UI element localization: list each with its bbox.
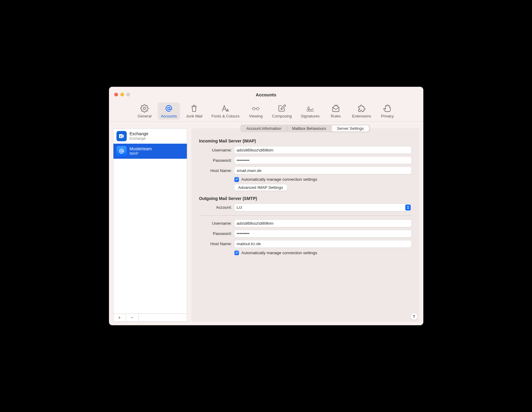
- toolbar-label: Extensions: [352, 114, 371, 118]
- outgoing-password-label: Password:: [199, 231, 234, 236]
- rules-icon: [332, 104, 340, 113]
- checkbox-checked-icon: [234, 177, 239, 182]
- toolbar-label: Signatures: [301, 114, 320, 118]
- incoming-password-label: Password:: [199, 158, 234, 163]
- font-icon: [221, 104, 230, 113]
- trash-icon: [190, 104, 198, 113]
- titlebar: Accounts: [109, 87, 423, 102]
- tab-mailbox-behaviours[interactable]: Mailbox Behaviours: [287, 125, 332, 132]
- tab-server-settings[interactable]: Server Settings: [332, 125, 369, 132]
- incoming-username-label: Username:: [199, 148, 234, 152]
- toolbar-item-general[interactable]: General: [134, 102, 155, 120]
- incoming-hostname-label: Host Name:: [199, 168, 234, 173]
- toolbar-label: Junk Mail: [186, 114, 203, 118]
- signature-icon: [306, 104, 314, 113]
- outgoing-hostname-label: Host Name:: [199, 242, 234, 246]
- outgoing-password-field[interactable]: [234, 230, 411, 237]
- tab-account-information[interactable]: Account Information: [241, 125, 287, 132]
- preferences-toolbar: General Accounts Junk Mail Fonts & Colou…: [109, 102, 423, 122]
- toolbar-item-rules[interactable]: Rules: [326, 102, 346, 120]
- toolbar-label: Privacy: [381, 114, 394, 118]
- incoming-username-field[interactable]: [234, 146, 411, 154]
- compose-icon: [278, 104, 286, 113]
- outgoing-hostname-field[interactable]: [234, 240, 411, 248]
- svg-point-1: [168, 107, 170, 110]
- hand-icon: [383, 104, 392, 113]
- incoming-section-title: Incoming Mail Server (IMAP): [199, 139, 411, 143]
- toolbar-item-extensions[interactable]: Extensions: [349, 102, 374, 120]
- outgoing-auto-manage-checkbox[interactable]: Automatically manage connection settings: [234, 251, 411, 255]
- account-type: Exchange: [130, 136, 148, 141]
- incoming-auto-manage-checkbox[interactable]: Automatically manage connection settings: [234, 177, 411, 182]
- exchange-icon: E: [116, 131, 127, 141]
- svg-point-0: [144, 107, 146, 109]
- accounts-sidebar: E Exchange Exchange Musterteam IMAP: [113, 128, 187, 322]
- puzzle-icon: [357, 104, 366, 113]
- incoming-password-field[interactable]: [234, 157, 411, 164]
- toolbar-item-signatures[interactable]: Signatures: [298, 102, 323, 120]
- body: E Exchange Exchange Musterteam IMAP: [109, 122, 423, 326]
- account-tabs: Account Information Mailbox Behaviours S…: [240, 125, 370, 132]
- main-panel: Account Information Mailbox Behaviours S…: [191, 128, 419, 322]
- gear-icon: [140, 104, 149, 113]
- at-icon: [116, 146, 127, 156]
- outgoing-account-label: Account:: [199, 205, 234, 210]
- toolbar-item-privacy[interactable]: Privacy: [377, 102, 398, 120]
- sidebar-footer-spacer: [139, 314, 187, 321]
- outgoing-username-field[interactable]: [234, 220, 411, 227]
- at-icon: [165, 104, 173, 113]
- svg-text:E: E: [120, 135, 122, 138]
- window-title: Accounts: [109, 92, 423, 97]
- accounts-list: E Exchange Exchange Musterteam IMAP: [113, 128, 187, 314]
- outgoing-section-title: Outgoing Mail Server (SMTP): [199, 196, 411, 201]
- glasses-icon: [252, 104, 260, 113]
- toolbar-label: Accounts: [161, 114, 177, 118]
- account-name: Musterteam: [130, 146, 152, 151]
- checkbox-checked-icon: [234, 251, 239, 255]
- incoming-auto-manage-label: Automatically manage connection settings: [241, 177, 317, 182]
- svg-point-3: [256, 108, 259, 110]
- toolbar-label: Composing: [272, 114, 292, 118]
- toolbar-label: Viewing: [249, 114, 262, 118]
- add-account-button[interactable]: [113, 314, 126, 321]
- toolbar-label: Fonts & Colours: [212, 114, 240, 118]
- outgoing-account-select[interactable]: Lrz: [234, 204, 411, 211]
- toolbar-item-accounts[interactable]: Accounts: [158, 102, 180, 120]
- remove-account-button[interactable]: [126, 314, 139, 321]
- toolbar-label: Rules: [331, 114, 341, 118]
- preferences-window: Accounts General Accounts Junk Mail Fon: [109, 87, 423, 325]
- divider: [199, 215, 411, 216]
- sidebar-footer: [113, 314, 187, 322]
- incoming-hostname-field[interactable]: [234, 167, 411, 174]
- svg-point-2: [252, 108, 255, 110]
- toolbar-label: General: [138, 114, 151, 118]
- updown-icon: [405, 204, 411, 211]
- outgoing-account-value: Lrz: [237, 205, 243, 210]
- advanced-imap-settings-button[interactable]: Advanced IMAP Settings: [234, 184, 287, 191]
- outgoing-auto-manage-label: Automatically manage connection settings: [241, 251, 317, 255]
- server-settings-content: Incoming Mail Server (IMAP) Username: Pa…: [191, 128, 419, 264]
- account-row-musterteam[interactable]: Musterteam IMAP: [113, 144, 187, 159]
- toolbar-item-junk-mail[interactable]: Junk Mail: [183, 102, 206, 120]
- toolbar-item-viewing[interactable]: Viewing: [246, 102, 266, 120]
- toolbar-item-fonts-colours[interactable]: Fonts & Colours: [209, 102, 243, 120]
- account-row-exchange[interactable]: E Exchange Exchange: [113, 129, 187, 144]
- account-type: IMAP: [130, 151, 152, 156]
- account-name: Exchange: [130, 131, 148, 136]
- help-button[interactable]: ?: [411, 313, 417, 320]
- toolbar-item-composing[interactable]: Composing: [269, 102, 295, 120]
- outgoing-username-label: Username:: [199, 221, 234, 226]
